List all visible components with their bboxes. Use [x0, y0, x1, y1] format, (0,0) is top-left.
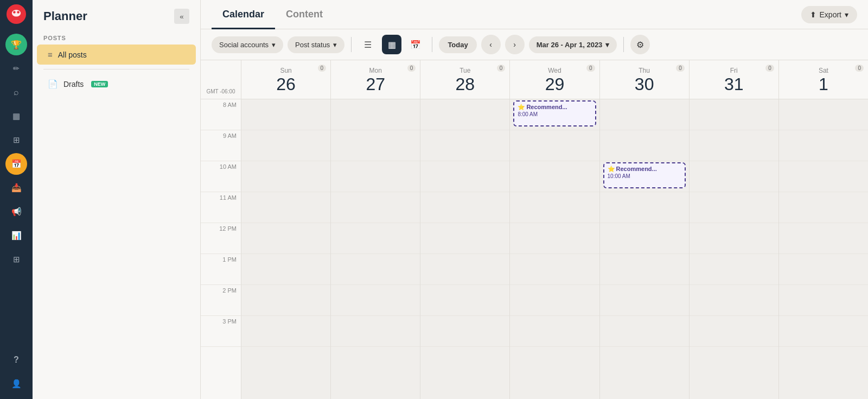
slot-8-am[interactable] [331, 99, 420, 130]
slot-2-pm[interactable] [600, 285, 689, 316]
slot-11-am[interactable] [331, 192, 420, 223]
slot-2-pm[interactable] [690, 285, 778, 316]
tab-content[interactable]: Content [275, 0, 334, 29]
slot-3-pm[interactable] [690, 316, 778, 347]
slot-3-pm[interactable] [510, 316, 599, 347]
slot-9-am[interactable] [779, 130, 868, 161]
slot-12-pm[interactable] [510, 223, 599, 254]
grid-icon[interactable]: ⊞ Apps [5, 129, 27, 151]
day-header-mon[interactable]: Mon270 [331, 60, 420, 99]
slot-10-am[interactable] [331, 161, 420, 192]
slot-2-pm[interactable] [331, 285, 420, 316]
slot-8-am[interactable] [600, 99, 689, 130]
help-icon[interactable]: ? Help [5, 349, 27, 371]
slot-1-pm[interactable] [779, 254, 868, 285]
prev-week-button[interactable]: ‹ [481, 35, 501, 54]
tab-calendar[interactable]: Calendar [212, 0, 275, 29]
next-week-button[interactable]: › [505, 35, 525, 54]
slot-2-pm[interactable] [241, 285, 330, 316]
slot-10-am[interactable] [420, 161, 509, 192]
day-column-fri: Fri310 [690, 60, 779, 399]
day-header-fri[interactable]: Fri310 [690, 60, 778, 99]
slot-8-am[interactable] [779, 99, 868, 130]
slot-8-am[interactable] [420, 99, 509, 130]
slot-9-am[interactable] [510, 130, 599, 161]
panel-header: Planner « [33, 0, 200, 28]
slot-12-pm[interactable] [241, 223, 330, 254]
day-name: Sat [819, 67, 828, 74]
search-icon[interactable]: ⌕ Search [5, 81, 27, 103]
slot-1-pm[interactable] [420, 254, 509, 285]
day-header-thu[interactable]: Thu300 [600, 60, 689, 99]
slot-2-pm[interactable] [420, 285, 509, 316]
slot-1-pm[interactable] [510, 254, 599, 285]
slot-12-pm[interactable] [331, 223, 420, 254]
slot-11-am[interactable] [690, 192, 778, 223]
day-name: Sun [280, 67, 291, 74]
today-button[interactable]: Today [439, 36, 476, 53]
slot-2-pm[interactable] [779, 285, 868, 316]
day-column-tue: Tue280 [420, 60, 510, 399]
event-card[interactable]: ⭐Recommend...10:00 AM [603, 162, 686, 188]
slot-1-pm[interactable] [600, 254, 689, 285]
day-header-wed[interactable]: Wed290 [510, 60, 599, 99]
slot-9-am[interactable] [690, 130, 778, 161]
apps2-icon[interactable]: ⊞ Apps [5, 249, 27, 270]
slot-8-am[interactable] [690, 99, 778, 130]
slot-9-am[interactable] [331, 130, 420, 161]
edit-icon[interactable]: ✏ Compose [5, 58, 27, 79]
list-view-button[interactable]: ☰ [358, 35, 378, 54]
event-card[interactable]: ⭐Recommend...8:00 AM [513, 100, 596, 126]
slot-3-pm[interactable] [331, 316, 420, 347]
slot-10-am[interactable] [510, 161, 599, 192]
inbox-icon[interactable]: 📥 Inbox [5, 177, 27, 199]
slot-3-pm[interactable] [779, 316, 868, 347]
collapse-button[interactable]: « [174, 9, 189, 24]
social-accounts-button[interactable]: Social accounts ▾ [212, 36, 283, 53]
slot-9-am[interactable] [241, 130, 330, 161]
slot-12-pm[interactable] [600, 223, 689, 254]
slot-2-pm[interactable] [510, 285, 599, 316]
dashboard-icon[interactable]: ▦ Dashboard [5, 105, 27, 127]
slot-9-am[interactable] [420, 130, 509, 161]
slot-1-pm[interactable] [690, 254, 778, 285]
app-logo[interactable] [7, 4, 26, 26]
grid-view-button[interactable]: ▦ [382, 35, 401, 54]
day-badge: 0 [407, 65, 416, 72]
slot-3-pm[interactable] [600, 316, 689, 347]
slot-9-am[interactable] [600, 130, 689, 161]
day-header-sun[interactable]: Sun260 [241, 60, 330, 99]
slot-11-am[interactable] [600, 192, 689, 223]
slot-8-am[interactable] [241, 99, 330, 130]
post-status-button[interactable]: Post status ▾ [288, 36, 344, 53]
date-range-button[interactable]: Mar 26 - Apr 1, 2023 ▾ [529, 36, 617, 53]
analytics-icon[interactable]: 📊 Analytics [5, 225, 27, 246]
sidebar-item-drafts[interactable]: 📄 Drafts NEW [37, 74, 196, 94]
slot-12-pm[interactable] [420, 223, 509, 254]
settings-button[interactable]: ⚙ [630, 35, 650, 54]
slot-12-pm[interactable] [779, 223, 868, 254]
day-badge: 0 [318, 65, 327, 72]
user-icon[interactable]: 👤 Profile [5, 373, 27, 395]
slot-10-am[interactable] [690, 161, 778, 192]
day-header-tue[interactable]: Tue280 [420, 60, 509, 99]
slot-11-am[interactable] [510, 192, 599, 223]
slot-1-pm[interactable] [331, 254, 420, 285]
day-number: 30 [635, 75, 654, 93]
slot-3-pm[interactable] [241, 316, 330, 347]
slot-3-pm[interactable] [420, 316, 509, 347]
slot-11-am[interactable] [241, 192, 330, 223]
export-button[interactable]: ⬆ Export ▾ [801, 6, 857, 23]
campaigns-icon[interactable]: 📢 Campaigns [5, 201, 27, 223]
slot-12-pm[interactable] [690, 223, 778, 254]
slot-11-am[interactable] [779, 192, 868, 223]
calendar-icon[interactable]: 📅 Planner [5, 153, 27, 175]
day-header-sat[interactable]: Sat10 [779, 60, 868, 99]
month-view-button[interactable]: 📅 [406, 35, 425, 54]
slot-10-am[interactable] [241, 161, 330, 192]
slot-11-am[interactable] [420, 192, 509, 223]
slot-10-am[interactable] [779, 161, 868, 192]
trophy-icon[interactable]: 🏆 Rewards [5, 34, 27, 55]
sidebar-item-all-posts[interactable]: ≡ All posts [37, 45, 196, 65]
slot-1-pm[interactable] [241, 254, 330, 285]
